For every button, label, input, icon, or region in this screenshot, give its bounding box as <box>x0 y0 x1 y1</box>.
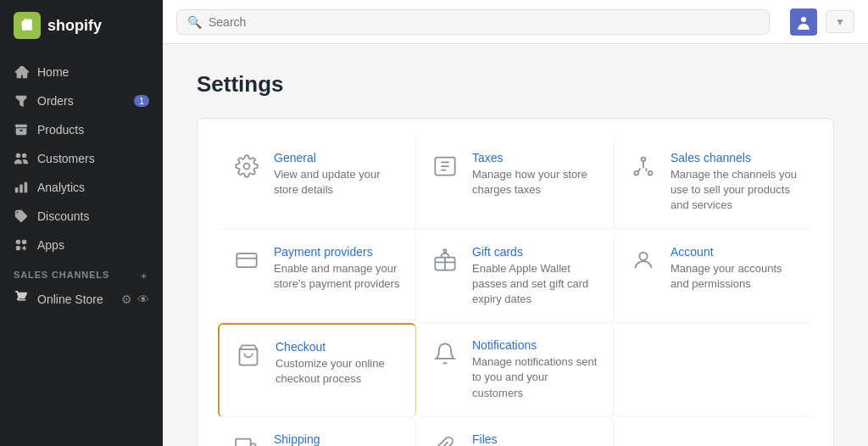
sales-channels-icon <box>628 151 659 181</box>
svg-point-5 <box>648 171 653 176</box>
avatar[interactable] <box>790 8 817 36</box>
shipping-title: Shipping <box>274 432 402 446</box>
sidebar-item-discounts[interactable]: Discounts <box>0 202 163 231</box>
sales-channels-desc: Manage the channels you use to sell your… <box>670 167 799 214</box>
search-icon: 🔍 <box>187 15 202 29</box>
discounts-icon <box>14 209 29 224</box>
sidebar-item-discounts-label: Discounts <box>37 209 89 223</box>
taxes-desc: Manage how your store charges taxes <box>472 167 600 198</box>
account-title: Account <box>670 245 799 259</box>
settings-item-empty-4c <box>615 417 813 446</box>
general-title: General <box>274 151 402 164</box>
sidebar-logo: shopify <box>0 0 163 51</box>
checkout-desc: Customize your online checkout process <box>275 356 402 387</box>
orders-badge: 1 <box>134 95 149 107</box>
shipping-text: Shipping Manage how you ship orders to c… <box>274 432 402 446</box>
account-desc: Manage your accounts and permissions <box>670 261 799 292</box>
settings-item-general[interactable]: General View and update your store detai… <box>218 136 416 230</box>
search-input[interactable] <box>209 15 759 29</box>
settings-item-empty-3c <box>615 323 813 417</box>
online-store-label: Online Store <box>37 293 103 306</box>
analytics-icon <box>14 180 29 195</box>
shipping-icon <box>231 432 262 446</box>
customers-icon <box>14 151 29 166</box>
sales-channels-label: SALES CHANNELS ＋ <box>0 259 163 283</box>
topbar-right: ▼ <box>790 8 854 36</box>
settings-card: General View and update your store detai… <box>197 118 834 446</box>
notifications-desc: Manage notifications sent to you and you… <box>472 354 600 401</box>
main-area: 🔍 ▼ Settings General <box>163 0 868 446</box>
taxes-icon <box>430 151 460 181</box>
search-bar[interactable]: 🔍 <box>176 9 770 35</box>
sidebar-item-apps[interactable]: Apps <box>0 231 163 259</box>
online-store-eye-icon[interactable]: 👁 <box>137 293 149 306</box>
files-title: Files <box>472 432 600 446</box>
payment-title: Payment providers <box>274 245 402 259</box>
online-store-settings-icon[interactable]: ⚙ <box>121 293 132 306</box>
settings-item-notifications[interactable]: Notifications Manage notifications sent … <box>416 323 615 417</box>
notifications-icon <box>430 338 460 369</box>
files-text: Files Upload images, videos, and documen… <box>472 432 600 446</box>
settings-item-files[interactable]: Files Upload images, videos, and documen… <box>416 417 615 446</box>
sidebar-item-customers-label: Customers <box>37 152 95 165</box>
gift-cards-title: Gift cards <box>472 245 600 259</box>
general-text: General View and update your store detai… <box>274 151 402 198</box>
sidebar-item-products[interactable]: Products <box>0 115 163 144</box>
notifications-text: Notifications Manage notifications sent … <box>472 338 600 401</box>
checkout-icon <box>233 340 264 371</box>
sales-channel-actions: ⚙ 👁 <box>121 293 149 306</box>
sidebar-item-online-store[interactable]: Online Store ⚙ 👁 <box>0 283 163 315</box>
products-icon <box>14 122 29 137</box>
svg-point-3 <box>642 158 646 162</box>
account-icon <box>628 245 659 276</box>
gift-cards-desc: Enable Apple Wallet passes and set gift … <box>472 261 600 308</box>
settings-grid: General View and update your store detai… <box>218 136 813 446</box>
page-title: Settings <box>197 71 834 98</box>
settings-item-taxes[interactable]: Taxes Manage how your store charges taxe… <box>416 136 615 230</box>
gift-cards-icon <box>430 245 460 276</box>
settings-item-gift-cards[interactable]: Gift cards Enable Apple Wallet passes an… <box>416 230 615 324</box>
general-desc: View and update your store details <box>274 167 402 198</box>
store-icon <box>14 290 29 308</box>
sidebar: shopify Home Orders 1 Products <box>0 0 163 446</box>
sidebar-item-products-label: Products <box>37 123 84 137</box>
svg-point-1 <box>244 164 250 170</box>
sales-channels-title: Sales channels <box>670 151 799 164</box>
home-icon <box>14 64 29 80</box>
sidebar-item-home-label: Home <box>37 65 69 79</box>
gift-cards-text: Gift cards Enable Apple Wallet passes an… <box>472 245 600 308</box>
sidebar-item-analytics-label: Analytics <box>37 181 85 194</box>
sidebar-item-orders[interactable]: Orders 1 <box>0 86 163 115</box>
svg-point-4 <box>635 171 639 176</box>
payment-desc: Enable and manage your store's payment p… <box>274 261 402 292</box>
svg-rect-6 <box>236 253 256 266</box>
sidebar-nav: Home Orders 1 Products Customers <box>0 51 163 446</box>
shopify-logo-icon <box>14 12 41 39</box>
sidebar-item-apps-label: Apps <box>37 238 64 252</box>
account-text: Account Manage your accounts and permiss… <box>670 245 799 292</box>
svg-point-8 <box>639 252 647 259</box>
content-area: Settings General View and update your st… <box>163 44 868 446</box>
settings-item-payment-providers[interactable]: Payment providers Enable and manage your… <box>218 230 416 324</box>
add-sales-channel-icon[interactable]: ＋ <box>139 270 149 282</box>
settings-item-sales-channels[interactable]: Sales channels Manage the channels you u… <box>615 136 813 230</box>
settings-item-checkout[interactable]: Checkout Customize your online checkout … <box>218 323 416 417</box>
sidebar-item-customers[interactable]: Customers <box>0 144 163 173</box>
files-icon <box>430 432 460 446</box>
settings-item-shipping[interactable]: Shipping Manage how you ship orders to c… <box>218 417 416 446</box>
store-name[interactable]: ▼ <box>826 10 854 33</box>
sidebar-item-orders-label: Orders <box>37 94 74 108</box>
checkout-title: Checkout <box>275 340 402 354</box>
payment-icon <box>231 245 262 276</box>
topbar: 🔍 ▼ <box>163 0 868 44</box>
sidebar-item-home[interactable]: Home <box>0 58 163 86</box>
orders-icon <box>14 93 29 109</box>
apps-icon <box>14 237 29 253</box>
taxes-title: Taxes <box>472 151 600 164</box>
svg-rect-10 <box>236 438 251 446</box>
checkout-text: Checkout Customize your online checkout … <box>275 340 402 387</box>
sidebar-item-analytics[interactable]: Analytics <box>0 173 163 202</box>
sales-channels-text: Sales channels Manage the channels you u… <box>670 151 799 214</box>
payment-text: Payment providers Enable and manage your… <box>274 245 402 292</box>
settings-item-account[interactable]: Account Manage your accounts and permiss… <box>615 230 813 324</box>
